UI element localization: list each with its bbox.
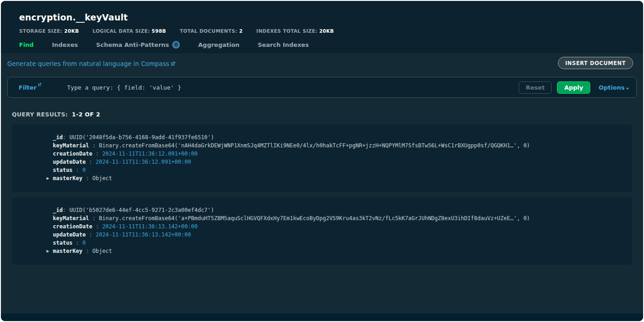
field-row-creationdate: creationDate : 2024-11-11T11:36:12.091+0… bbox=[53, 150, 623, 158]
field-value: 0 bbox=[82, 167, 86, 173]
field-separator: : bbox=[72, 240, 82, 246]
page-title: encryption.__keyVault bbox=[19, 12, 625, 22]
apply-button[interactable]: Apply bbox=[557, 81, 591, 94]
field-separator: : bbox=[82, 175, 92, 181]
tab-schema-anti-patterns[interactable]: Schema Anti-Patterns 0 bbox=[96, 41, 180, 49]
document-card: _id: UUID('b5027de6-44ef-4cc5-9271-2c3a0… bbox=[12, 197, 632, 265]
field-separator: : bbox=[63, 207, 69, 213]
stat-total-documents: TOTAL DOCUMENTS:2 bbox=[180, 28, 243, 34]
field-value: 0 bbox=[82, 240, 86, 246]
field-row-masterkey: ▶masterKey : Object bbox=[53, 174, 623, 182]
field-key: keyMaterial bbox=[53, 142, 89, 149]
field-row-id: _id: UUID('b5027de6-44ef-4cc5-9271-2c3a0… bbox=[53, 206, 623, 214]
stat-logical-data-size: LOGICAL DATA SIZE:598B bbox=[92, 28, 166, 34]
stat-value: 598B bbox=[152, 28, 166, 34]
expand-caret-icon[interactable]: ▶ bbox=[46, 247, 49, 255]
external-link-icon bbox=[170, 61, 175, 66]
field-key: status bbox=[53, 240, 72, 246]
collection-header: encryption.__keyVault STORAGE SIZE:20KB … bbox=[1, 1, 643, 53]
stat-label: LOGICAL DATA SIZE: bbox=[92, 28, 150, 34]
link-label: Generate queries from natural language i… bbox=[7, 60, 169, 67]
options-label: Options bbox=[598, 84, 624, 91]
field-value: Object bbox=[92, 175, 112, 181]
field-row-masterkey: ▶masterKey : Object bbox=[53, 247, 623, 255]
collection-tabs: Find Indexes Schema Anti-Patterns 0 Aggr… bbox=[19, 41, 625, 49]
field-separator: : bbox=[89, 142, 99, 149]
tab-label: Aggregation bbox=[198, 41, 240, 48]
field-row-keymaterial: keyMaterial : Binary.createFromBase64('a… bbox=[53, 214, 623, 222]
tab-label: Search Indexes bbox=[258, 41, 309, 48]
bottom-status-bar bbox=[1, 313, 643, 321]
field-row-status: status : 0 bbox=[53, 239, 623, 247]
field-value: UUID('b5027de6-44ef-4cc5-9271-2c3a00ef4d… bbox=[69, 207, 214, 213]
field-separator: : bbox=[86, 159, 96, 165]
anti-patterns-count-badge: 0 bbox=[172, 41, 180, 49]
field-value: Object bbox=[92, 248, 112, 254]
tab-label: Schema Anti-Patterns bbox=[96, 41, 169, 48]
query-input[interactable] bbox=[67, 84, 519, 91]
query-results-heading: QUERY RESULTS: 1-2 OF 2 bbox=[12, 111, 100, 118]
chevron-right-icon: ▸ bbox=[627, 86, 629, 91]
collection-view: encryption.__keyVault STORAGE SIZE:20KB … bbox=[1, 1, 643, 321]
field-row-updatedate: updateDate : 2024-11-11T11:36:12.091+00:… bbox=[53, 158, 623, 166]
field-value: UUID('2048f5da-b756-4168-9add-41f937fe65… bbox=[69, 134, 214, 141]
external-link-icon bbox=[37, 83, 41, 87]
tab-find[interactable]: Find bbox=[19, 41, 34, 49]
field-value: 2024-11-11T11:36:13.142+00:00 bbox=[102, 223, 198, 230]
field-row-id: _id: UUID('2048f5da-b756-4168-9add-41f93… bbox=[53, 133, 623, 141]
field-key: updateDate bbox=[53, 159, 86, 165]
field-key: _id bbox=[53, 134, 63, 141]
stat-value: 20KB bbox=[64, 28, 79, 34]
stat-label: TOTAL DOCUMENTS: bbox=[180, 28, 238, 34]
stat-value: 2 bbox=[239, 28, 243, 34]
toolbar-row: Generate queries from natural language i… bbox=[1, 53, 643, 77]
expand-caret-icon[interactable]: ▶ bbox=[46, 174, 49, 182]
tab-aggregation[interactable]: Aggregation bbox=[198, 41, 240, 49]
filter-docs-link[interactable]: Filter bbox=[19, 84, 41, 91]
field-value: Binary.createFromBase64('nAH4daGrkDEWjWN… bbox=[99, 142, 530, 149]
document-card: _id: UUID('2048f5da-b756-4168-9add-41f93… bbox=[12, 125, 632, 192]
field-key: _id bbox=[53, 207, 63, 213]
tab-label: Find bbox=[19, 41, 34, 48]
results-count: 1-2 OF 2 bbox=[72, 111, 100, 118]
field-value: 2024-11-11T11:36:12.091+00:00 bbox=[96, 159, 191, 165]
field-value: Binary.createFromBase64('a+PBmduHT5ZBM5a… bbox=[99, 215, 530, 221]
field-key: keyMaterial bbox=[53, 215, 89, 221]
stat-indexes-total-size: INDEXES TOTAL SIZE:20KB bbox=[256, 28, 334, 34]
field-value: 2024-11-11T11:36:12.091+00:00 bbox=[102, 151, 198, 157]
collection-stats: STORAGE SIZE:20KB LOGICAL DATA SIZE:598B… bbox=[19, 28, 625, 34]
tab-indexes[interactable]: Indexes bbox=[52, 41, 78, 49]
field-separator: : bbox=[92, 223, 102, 230]
field-key: masterKey bbox=[53, 175, 82, 181]
field-separator: : bbox=[63, 134, 69, 141]
field-row-creationdate: creationDate : 2024-11-11T11:36:13.142+0… bbox=[53, 222, 623, 231]
tab-label: Indexes bbox=[52, 41, 78, 48]
stat-storage-size: STORAGE SIZE:20KB bbox=[19, 28, 79, 34]
stat-label: INDEXES TOTAL SIZE: bbox=[256, 28, 317, 34]
tab-search-indexes[interactable]: Search Indexes bbox=[258, 41, 309, 49]
filter-label: Filter bbox=[19, 84, 36, 91]
field-row-updatedate: updateDate : 2024-11-11T11:36:13.142+00:… bbox=[53, 231, 623, 239]
field-separator: : bbox=[72, 167, 82, 173]
field-key: creationDate bbox=[53, 151, 92, 157]
field-separator: : bbox=[86, 231, 96, 238]
field-separator: : bbox=[82, 248, 92, 254]
field-value: 2024-11-11T11:36:13.142+00:00 bbox=[96, 231, 191, 238]
reset-button[interactable]: Reset bbox=[519, 81, 552, 94]
options-toggle[interactable]: Options ▸ bbox=[598, 84, 629, 91]
field-separator: : bbox=[89, 215, 99, 221]
stat-value: 20KB bbox=[319, 28, 334, 34]
results-label: QUERY RESULTS: bbox=[12, 111, 68, 118]
field-key: status bbox=[53, 167, 72, 173]
field-key: masterKey bbox=[53, 248, 82, 254]
field-key: creationDate bbox=[53, 223, 92, 230]
field-row-keymaterial: keyMaterial : Binary.createFromBase64('n… bbox=[53, 141, 623, 150]
field-row-status: status : 0 bbox=[53, 166, 623, 174]
stat-label: STORAGE SIZE: bbox=[19, 28, 62, 34]
insert-document-button[interactable]: INSERT DOCUMENT bbox=[558, 57, 633, 69]
query-filter-bar: Filter Reset Apply Options ▸ bbox=[7, 77, 637, 98]
field-separator: : bbox=[92, 151, 102, 157]
natural-language-compass-link[interactable]: Generate queries from natural language i… bbox=[7, 60, 175, 67]
field-key: updateDate bbox=[53, 231, 86, 238]
